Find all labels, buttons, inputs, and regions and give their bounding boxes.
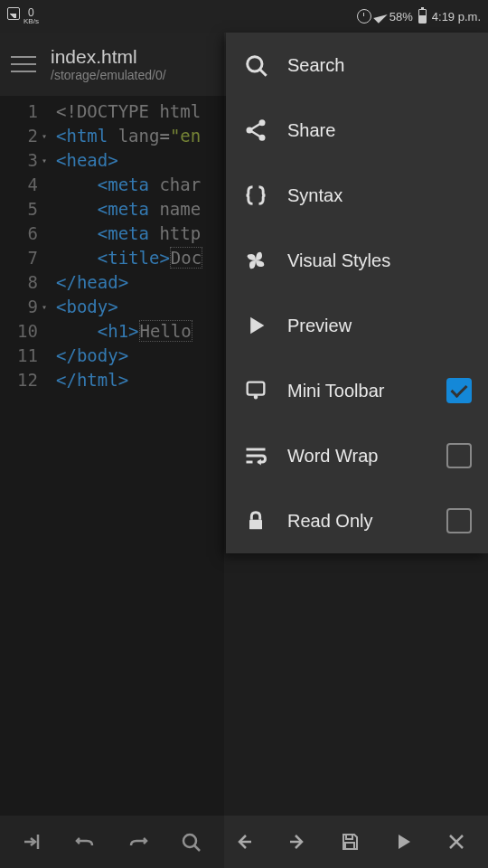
menu-label: Mini Toolbar	[287, 381, 428, 401]
dim-overlay[interactable]	[0, 33, 224, 868]
status-left: 0 KB/s	[7, 7, 39, 25]
braces-icon	[242, 182, 269, 209]
menu-item-share[interactable]: Share	[226, 98, 488, 163]
menu-label: Search	[287, 55, 472, 76]
menu-item-visual-styles[interactable]: Visual Styles	[226, 228, 488, 293]
cast-icon	[242, 377, 269, 404]
status-bar: 0 KB/s 58% 4:19 p.m.	[0, 0, 488, 33]
menu-label: Preview	[287, 316, 472, 336]
menu-label: Syntax	[287, 185, 472, 206]
menu-label: Visual Styles	[287, 250, 472, 271]
checkbox[interactable]	[446, 508, 472, 533]
status-right: 58% 4:19 p.m.	[357, 9, 481, 24]
share-icon	[242, 117, 269, 144]
back-button[interactable]	[224, 822, 264, 862]
menu-label: Share	[287, 120, 472, 141]
menu-item-preview[interactable]: Preview	[226, 293, 488, 358]
wrap-icon	[242, 442, 269, 469]
run-button[interactable]	[383, 822, 423, 862]
menu-item-search[interactable]: Search	[226, 33, 488, 98]
lock-icon	[242, 507, 269, 534]
forward-button[interactable]	[277, 822, 317, 862]
battery-percent: 58%	[389, 10, 413, 24]
checkbox[interactable]	[446, 443, 472, 468]
menu-item-mini-toolbar[interactable]: Mini Toolbar	[226, 358, 488, 423]
airplane-icon	[373, 9, 388, 24]
battery-icon	[418, 9, 427, 24]
search-icon	[242, 52, 269, 79]
play-icon	[242, 312, 269, 339]
menu-label: Read Only	[287, 511, 428, 532]
image-icon	[7, 7, 20, 20]
save-button[interactable]	[330, 822, 370, 862]
overflow-menu: SearchShareSyntaxVisual StylesPreviewMin…	[226, 33, 488, 553]
alarm-icon	[357, 9, 371, 24]
close-button[interactable]	[436, 822, 476, 862]
network-speed: 0 KB/s	[23, 7, 39, 25]
speed-unit: KB/s	[23, 18, 39, 25]
menu-label: Word Wrap	[287, 446, 428, 467]
menu-item-word-wrap[interactable]: Word Wrap	[226, 423, 488, 488]
checkbox[interactable]	[446, 378, 472, 403]
fan-icon	[242, 247, 269, 274]
menu-item-read-only[interactable]: Read Only	[226, 488, 488, 553]
clock: 4:19 p.m.	[432, 10, 481, 24]
menu-item-syntax[interactable]: Syntax	[226, 163, 488, 228]
